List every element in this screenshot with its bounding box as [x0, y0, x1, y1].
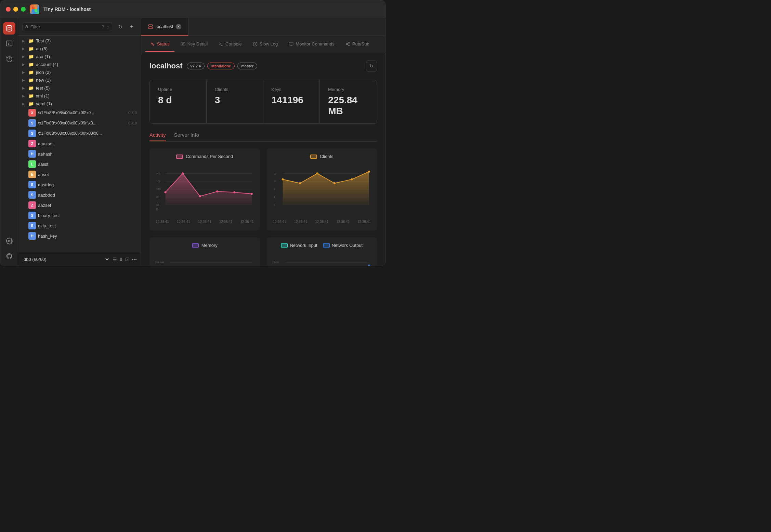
item-label: test (5): [36, 85, 50, 91]
svg-point-35: [165, 191, 167, 193]
item-label: aazbddd: [38, 192, 55, 198]
commands-legend-label: Commands Per Second: [186, 154, 233, 159]
check-icon[interactable]: ☑: [125, 257, 130, 262]
expand-icon: ▶: [22, 63, 26, 66]
folder-icon: 📁: [28, 93, 34, 98]
server-header-left: localhost v7.2.4 standalone master: [149, 62, 257, 70]
maximize-button[interactable]: [21, 7, 26, 12]
filter-wrapper[interactable]: A ? ⌕: [22, 22, 112, 31]
more-icon[interactable]: •••: [132, 257, 137, 262]
svg-rect-8: [148, 25, 153, 26]
sidebar-icon-github[interactable]: [3, 250, 15, 262]
svg-text:16: 16: [273, 172, 276, 175]
folder-icon: 📁: [28, 54, 34, 59]
refresh-status-button[interactable]: ↻: [366, 61, 377, 71]
network-chart: Network Input Network Output: [267, 237, 377, 266]
tab-close-button[interactable]: ✕: [176, 24, 181, 29]
refresh-button[interactable]: ↻: [115, 22, 125, 32]
keys-label: Keys: [272, 87, 312, 92]
list-item[interactable]: S gzip_test: [18, 221, 141, 231]
tab-key-detail[interactable]: Key Detail: [176, 36, 212, 52]
list-item[interactable]: S \x1F\x8B\x08\x00\x00\x00\x00\x0...: [18, 128, 141, 138]
sidebar-icon-history[interactable]: [3, 52, 15, 65]
server-info-tab[interactable]: Server Info: [174, 132, 199, 141]
pubsub-icon: [345, 42, 350, 46]
list-item[interactable]: L aalist: [18, 159, 141, 169]
memory-label: Memory: [328, 87, 368, 92]
add-button[interactable]: +: [127, 22, 137, 32]
item-label: binary_test: [38, 213, 60, 218]
list-item[interactable]: ▶ 📁 test (5): [18, 84, 141, 92]
svg-point-38: [216, 190, 218, 192]
svg-point-7: [8, 240, 10, 242]
svg-text:160: 160: [156, 180, 161, 183]
charts-grid: Commands Per Second: [149, 148, 377, 266]
list-item[interactable]: ▶ 📁 yaml (1): [18, 100, 141, 108]
activity-tab[interactable]: Activity: [149, 132, 166, 141]
commands-chart-svg: 200 160 120 80 40 0: [155, 163, 254, 218]
list-item[interactable]: Z aazset: [18, 200, 141, 210]
key-type-icon: L: [28, 160, 36, 168]
tab-monitor-commands-label: Monitor Commands: [296, 41, 334, 46]
svg-rect-2: [32, 9, 35, 12]
list-item[interactable]: Z aaazset: [18, 138, 141, 149]
list-item[interactable]: S aazbddd: [18, 190, 141, 200]
commands-x-labels: 12:36:41 12:36:41 12:36:41 12:36:41 12:3…: [155, 220, 254, 224]
memory-value: 225.84 MB: [328, 95, 368, 117]
stats-row: Uptime 8 d Clients 3 Keys 141196 Memory …: [149, 80, 377, 124]
footer-icons: ☰ ⬇ ☑ •••: [113, 257, 137, 262]
list-item[interactable]: E aaset: [18, 169, 141, 179]
tab-status-label: Status: [157, 41, 170, 46]
svg-text:12: 12: [273, 180, 276, 183]
tab-slow-log[interactable]: Slow Log: [248, 36, 283, 52]
folder-icon: 📁: [28, 46, 34, 51]
expand-icon: ▶: [22, 70, 26, 74]
list-item[interactable]: H aahash: [18, 149, 141, 159]
close-button[interactable]: [6, 7, 11, 12]
key-type-icon: S: [28, 222, 36, 229]
list-item[interactable]: ▶ 📁 account (4): [18, 61, 141, 68]
minimize-button[interactable]: [13, 7, 18, 12]
sidebar-icon-terminal[interactable]: [3, 37, 15, 50]
list-item[interactable]: ▶ 📁 Test (3): [18, 37, 141, 45]
tab-console[interactable]: Console: [214, 36, 247, 52]
folder-icon: 📁: [28, 38, 34, 43]
folder-icon: 📁: [28, 85, 34, 91]
item-label: aazset: [38, 203, 51, 208]
svg-marker-51: [283, 172, 369, 205]
list-item[interactable]: ▶ 📁 aa (8): [18, 45, 141, 53]
list-item[interactable]: S aastring: [18, 179, 141, 190]
tab-localhost[interactable]: localhost ✕: [141, 18, 188, 36]
tab-monitor-commands[interactable]: Monitor Commands: [284, 36, 339, 52]
left-sidebar-icons: [0, 18, 18, 266]
svg-point-18: [348, 42, 350, 43]
list-item[interactable]: ▶ 📁 json (2): [18, 68, 141, 76]
tab-status[interactable]: Status: [145, 36, 174, 52]
svg-text:200: 200: [156, 172, 161, 175]
tab-pub-sub[interactable]: Pub/Sub: [341, 36, 374, 52]
list-item[interactable]: S \x1F\x8B\x08\x00\x00\x09n\x8... 01/10: [18, 118, 141, 128]
item-label: aa (8): [36, 46, 48, 51]
list-item[interactable]: X \x1F\x8B\x08\x00\x00\x00\x0... 01/10: [18, 108, 141, 118]
list-view-icon[interactable]: ☰: [113, 257, 117, 262]
sidebar-icon-settings[interactable]: [3, 235, 15, 247]
list-item[interactable]: ▶ 📁 new (1): [18, 76, 141, 84]
search-icon[interactable]: ⌕: [106, 24, 109, 29]
list-item[interactable]: S binary_test: [18, 210, 141, 221]
item-label: account (4): [36, 62, 58, 67]
clients-value: 3: [215, 95, 255, 106]
tab-label: localhost: [156, 24, 173, 29]
item-label: aastring: [38, 182, 54, 187]
download-icon[interactable]: ⬇: [119, 257, 123, 262]
list-item[interactable]: H hash_key: [18, 231, 141, 241]
expand-icon: ▶: [22, 102, 26, 106]
item-label: aalist: [38, 162, 48, 167]
list-item[interactable]: ▶ 📁 xml (1): [18, 92, 141, 100]
network-output-legend-box: [323, 243, 330, 248]
list-item[interactable]: ▶ 📁 aaa (1): [18, 53, 141, 61]
stat-keys: Keys 141196: [263, 80, 320, 123]
sidebar-icon-database[interactable]: [3, 22, 15, 35]
filter-input[interactable]: [30, 24, 100, 29]
db-selector[interactable]: db0 (60/60): [22, 256, 110, 262]
network-input-legend: Network Input: [281, 243, 317, 248]
